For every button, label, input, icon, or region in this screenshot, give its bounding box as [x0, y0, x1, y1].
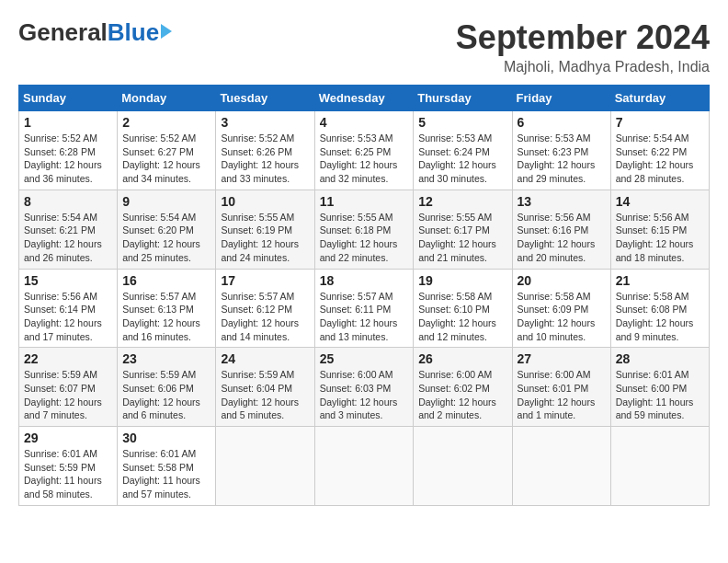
- day-info: Sunrise: 5:58 AMSunset: 6:10 PMDaylight:…: [418, 290, 506, 344]
- calendar-week-row: 22Sunrise: 5:59 AMSunset: 6:07 PMDayligh…: [19, 348, 710, 427]
- day-number: 29: [24, 431, 112, 445]
- day-info: Sunrise: 5:54 AMSunset: 6:20 PMDaylight:…: [122, 211, 210, 265]
- calendar-cell: 20Sunrise: 5:58 AMSunset: 6:09 PMDayligh…: [512, 269, 610, 348]
- day-number: 13: [518, 194, 606, 209]
- title-area: September 2024 Majholi, Madhya Pradesh, …: [456, 18, 710, 75]
- day-info: Sunrise: 5:57 AMSunset: 6:12 PMDaylight:…: [221, 290, 309, 344]
- calendar-cell: 1Sunrise: 5:52 AMSunset: 6:28 PMDaylight…: [19, 111, 118, 190]
- day-number: 19: [418, 273, 506, 288]
- day-number: 9: [122, 194, 210, 209]
- calendar-cell: 9Sunrise: 5:54 AMSunset: 6:20 PMDaylight…: [118, 190, 216, 269]
- day-number: 10: [221, 194, 309, 209]
- day-number: 12: [418, 194, 506, 209]
- day-info: Sunrise: 5:54 AMSunset: 6:21 PMDaylight:…: [24, 211, 112, 265]
- day-number: 30: [122, 431, 210, 445]
- month-year-title: September 2024: [456, 18, 710, 57]
- calendar-cell: 11Sunrise: 5:55 AMSunset: 6:18 PMDayligh…: [314, 190, 414, 269]
- day-number: 1: [24, 115, 112, 130]
- day-number: 5: [418, 115, 506, 130]
- day-info: Sunrise: 5:59 AMSunset: 6:04 PMDaylight:…: [221, 368, 309, 422]
- calendar-cell: 28Sunrise: 6:01 AMSunset: 6:00 PMDayligh…: [610, 348, 709, 427]
- weekday-header-friday: Friday: [512, 86, 610, 111]
- calendar-table: SundayMondayTuesdayWednesdayThursdayFrid…: [18, 85, 710, 506]
- day-info: Sunrise: 5:52 AMSunset: 6:28 PMDaylight:…: [24, 132, 112, 186]
- weekday-header-wednesday: Wednesday: [314, 86, 414, 111]
- logo-general-text: GeneralBlue: [18, 18, 159, 47]
- day-info: Sunrise: 5:57 AMSunset: 6:11 PMDaylight:…: [320, 290, 409, 344]
- day-number: 25: [320, 351, 409, 366]
- day-info: Sunrise: 5:53 AMSunset: 6:23 PMDaylight:…: [518, 132, 606, 186]
- day-info: Sunrise: 5:58 AMSunset: 6:09 PMDaylight:…: [518, 290, 606, 344]
- day-info: Sunrise: 5:53 AMSunset: 6:24 PMDaylight:…: [418, 132, 506, 186]
- day-info: Sunrise: 5:55 AMSunset: 6:18 PMDaylight:…: [320, 211, 409, 265]
- calendar-cell: 5Sunrise: 5:53 AMSunset: 6:24 PMDaylight…: [414, 111, 512, 190]
- calendar-cell: 14Sunrise: 5:56 AMSunset: 6:15 PMDayligh…: [610, 190, 709, 269]
- day-info: Sunrise: 5:53 AMSunset: 6:25 PMDaylight:…: [320, 132, 409, 186]
- calendar-cell: 10Sunrise: 5:55 AMSunset: 6:19 PMDayligh…: [216, 190, 314, 269]
- calendar-cell: [610, 427, 709, 506]
- day-number: 11: [320, 194, 409, 209]
- day-number: 16: [122, 273, 210, 288]
- calendar-cell: 23Sunrise: 5:59 AMSunset: 6:06 PMDayligh…: [118, 348, 216, 427]
- calendar-cell: 12Sunrise: 5:55 AMSunset: 6:17 PMDayligh…: [414, 190, 512, 269]
- day-number: 27: [518, 351, 606, 366]
- calendar-week-row: 8Sunrise: 5:54 AMSunset: 6:21 PMDaylight…: [19, 190, 710, 269]
- weekday-header-row: SundayMondayTuesdayWednesdayThursdayFrid…: [19, 86, 710, 111]
- day-number: 17: [221, 273, 309, 288]
- day-number: 20: [518, 273, 606, 288]
- day-number: 21: [616, 273, 704, 288]
- day-number: 14: [616, 194, 704, 209]
- calendar-cell: 30Sunrise: 6:01 AMSunset: 5:58 PMDayligh…: [118, 427, 216, 506]
- day-number: 2: [122, 115, 210, 130]
- day-number: 26: [418, 351, 506, 366]
- calendar-cell: 8Sunrise: 5:54 AMSunset: 6:21 PMDaylight…: [19, 190, 118, 269]
- day-info: Sunrise: 6:01 AMSunset: 5:59 PMDaylight:…: [24, 447, 112, 501]
- day-number: 22: [24, 351, 112, 366]
- day-info: Sunrise: 5:55 AMSunset: 6:17 PMDaylight:…: [418, 211, 506, 265]
- day-number: 6: [518, 115, 606, 130]
- day-number: 23: [122, 351, 210, 366]
- location-subtitle: Majholi, Madhya Pradesh, India: [456, 59, 710, 75]
- logo: GeneralBlue: [18, 18, 172, 47]
- day-number: 7: [616, 115, 704, 130]
- calendar-cell: [314, 427, 414, 506]
- page-header: GeneralBlue September 2024 Majholi, Madh…: [18, 18, 710, 75]
- calendar-cell: 27Sunrise: 6:00 AMSunset: 6:01 PMDayligh…: [512, 348, 610, 427]
- day-number: 15: [24, 273, 112, 288]
- day-info: Sunrise: 6:00 AMSunset: 6:03 PMDaylight:…: [320, 368, 409, 422]
- day-info: Sunrise: 5:55 AMSunset: 6:19 PMDaylight:…: [221, 211, 309, 265]
- day-info: Sunrise: 5:56 AMSunset: 6:15 PMDaylight:…: [616, 211, 704, 265]
- day-number: 8: [24, 194, 112, 209]
- calendar-cell: 26Sunrise: 6:00 AMSunset: 6:02 PMDayligh…: [414, 348, 512, 427]
- day-info: Sunrise: 5:56 AMSunset: 6:14 PMDaylight:…: [24, 290, 112, 344]
- weekday-header-sunday: Sunday: [19, 86, 118, 111]
- calendar-cell: 19Sunrise: 5:58 AMSunset: 6:10 PMDayligh…: [414, 269, 512, 348]
- day-info: Sunrise: 5:54 AMSunset: 6:22 PMDaylight:…: [616, 132, 704, 186]
- logo-triangle-icon: [161, 24, 172, 39]
- calendar-cell: [216, 427, 314, 506]
- weekday-header-saturday: Saturday: [610, 86, 709, 111]
- weekday-header-monday: Monday: [118, 86, 216, 111]
- calendar-cell: 15Sunrise: 5:56 AMSunset: 6:14 PMDayligh…: [19, 269, 118, 348]
- calendar-cell: 18Sunrise: 5:57 AMSunset: 6:11 PMDayligh…: [314, 269, 414, 348]
- calendar-cell: 22Sunrise: 5:59 AMSunset: 6:07 PMDayligh…: [19, 348, 118, 427]
- weekday-header-thursday: Thursday: [414, 86, 512, 111]
- calendar-week-row: 1Sunrise: 5:52 AMSunset: 6:28 PMDaylight…: [19, 111, 710, 190]
- day-info: Sunrise: 6:01 AMSunset: 5:58 PMDaylight:…: [122, 447, 210, 501]
- calendar-cell: 17Sunrise: 5:57 AMSunset: 6:12 PMDayligh…: [216, 269, 314, 348]
- calendar-cell: 25Sunrise: 6:00 AMSunset: 6:03 PMDayligh…: [314, 348, 414, 427]
- calendar-cell: 2Sunrise: 5:52 AMSunset: 6:27 PMDaylight…: [118, 111, 216, 190]
- day-info: Sunrise: 6:00 AMSunset: 6:01 PMDaylight:…: [518, 368, 606, 422]
- calendar-cell: 6Sunrise: 5:53 AMSunset: 6:23 PMDaylight…: [512, 111, 610, 190]
- day-info: Sunrise: 5:57 AMSunset: 6:13 PMDaylight:…: [122, 290, 210, 344]
- day-info: Sunrise: 5:52 AMSunset: 6:26 PMDaylight:…: [221, 132, 309, 186]
- calendar-cell: [414, 427, 512, 506]
- calendar-cell: 16Sunrise: 5:57 AMSunset: 6:13 PMDayligh…: [118, 269, 216, 348]
- calendar-cell: 3Sunrise: 5:52 AMSunset: 6:26 PMDaylight…: [216, 111, 314, 190]
- day-number: 28: [616, 351, 704, 366]
- calendar-cell: 4Sunrise: 5:53 AMSunset: 6:25 PMDaylight…: [314, 111, 414, 190]
- day-info: Sunrise: 6:00 AMSunset: 6:02 PMDaylight:…: [418, 368, 506, 422]
- calendar-cell: 24Sunrise: 5:59 AMSunset: 6:04 PMDayligh…: [216, 348, 314, 427]
- day-number: 4: [320, 115, 409, 130]
- calendar-cell: 13Sunrise: 5:56 AMSunset: 6:16 PMDayligh…: [512, 190, 610, 269]
